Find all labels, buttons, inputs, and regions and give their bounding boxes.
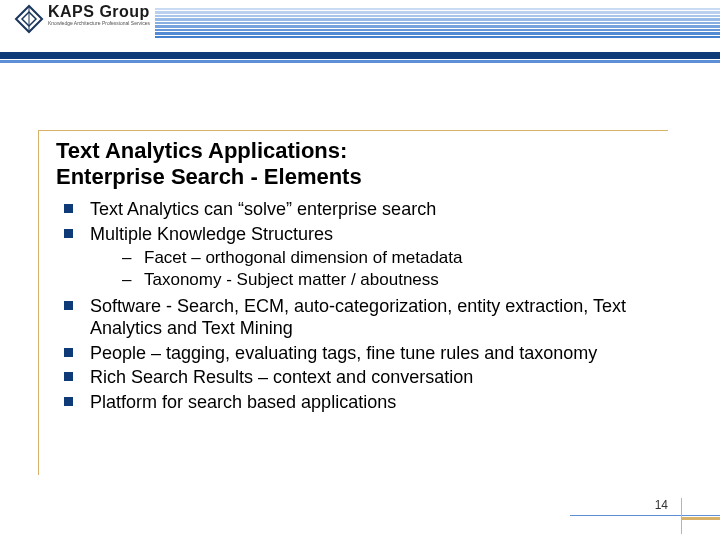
bullet-text: People – tagging, evaluating tags, fine … <box>90 343 597 363</box>
logo-tagline: Knowledge Architecture Professional Serv… <box>48 21 150 26</box>
stripe <box>155 11 720 13</box>
stripe <box>155 32 720 34</box>
bullet-text: Multiple Knowledge Structures <box>90 224 333 244</box>
header-underline-light <box>0 60 720 63</box>
header-stripes <box>155 8 720 38</box>
slide-body: Text Analytics can “solve” enterprise se… <box>60 198 660 415</box>
title-line-2: Enterprise Search - Elements <box>56 164 362 189</box>
bullet-text: Rich Search Results – context and conver… <box>90 367 473 387</box>
footer-accent-bar <box>682 517 720 520</box>
bullet-text: Software - Search, ECM, auto-categorizat… <box>90 296 626 339</box>
bullet-item: Rich Search Results – context and conver… <box>60 366 660 389</box>
footer-accent-vertical <box>681 498 682 534</box>
sub-bullet-text: Facet – orthogonal dimension of metadata <box>144 248 462 267</box>
bullet-text: Platform for search based applications <box>90 392 396 412</box>
stripe <box>155 29 720 31</box>
footer-accent-line <box>570 515 720 516</box>
bullet-item: Multiple Knowledge Structures Facet – or… <box>60 223 660 291</box>
sub-bullet-item: Facet – orthogonal dimension of metadata <box>90 247 660 268</box>
bullet-item: Software - Search, ECM, auto-categorizat… <box>60 295 660 340</box>
slide-title: Text Analytics Applications: Enterprise … <box>56 138 362 190</box>
slide: KAPS Group Knowledge Architecture Profes… <box>0 0 720 540</box>
bullet-item: Platform for search based applications <box>60 391 660 414</box>
sub-bullet-text: Taxonomy - Subject matter / aboutness <box>144 270 439 289</box>
bullet-item: People – tagging, evaluating tags, fine … <box>60 342 660 365</box>
logo-text-wrap: KAPS Group Knowledge Architecture Profes… <box>48 4 150 26</box>
stripe <box>155 8 720 10</box>
sub-bullet-list: Facet – orthogonal dimension of metadata… <box>90 247 660 291</box>
stripe <box>155 22 720 24</box>
bullet-text: Text Analytics can “solve” enterprise se… <box>90 199 436 219</box>
logo-mark-icon <box>14 4 44 34</box>
logo-text: KAPS Group <box>48 4 150 20</box>
title-line-1: Text Analytics Applications: <box>56 138 347 163</box>
bullet-list: Text Analytics can “solve” enterprise se… <box>60 198 660 413</box>
slide-header: KAPS Group Knowledge Architecture Profes… <box>0 0 720 70</box>
stripe <box>155 18 720 20</box>
stripe <box>155 15 720 17</box>
stripe <box>155 36 720 38</box>
page-number: 14 <box>655 498 668 512</box>
stripe <box>155 25 720 27</box>
header-underline-dark <box>0 52 720 59</box>
logo: KAPS Group Knowledge Architecture Profes… <box>14 4 150 34</box>
bullet-item: Text Analytics can “solve” enterprise se… <box>60 198 660 221</box>
sub-bullet-item: Taxonomy - Subject matter / aboutness <box>90 269 660 290</box>
